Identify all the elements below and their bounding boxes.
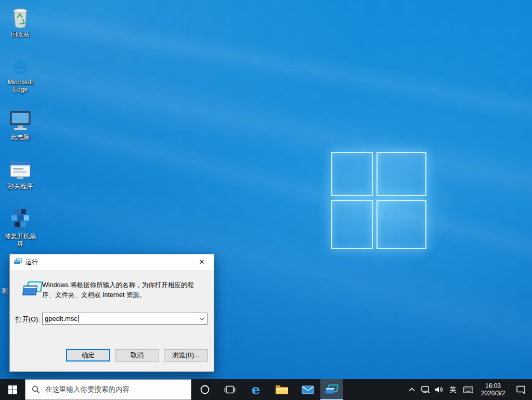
browse-button[interactable]: 浏览(B)... (164, 349, 208, 362)
taskbar-file-explorer-button[interactable] (269, 379, 294, 400)
desktop-icon-this-pc[interactable]: 此电脑 (3, 107, 37, 141)
cortana-button[interactable] (193, 379, 216, 400)
run-dialog-titlebar[interactable]: 运行 ✕ (10, 254, 214, 270)
open-label: 打开(O): (16, 314, 40, 326)
run-dialog-body: Windows 将根据你所输入的名称，为你打开相应的程序、文件夹、文档或 Int… (10, 270, 214, 372)
cancel-button[interactable]: 取消 (115, 349, 159, 362)
run-app-icon (325, 384, 339, 395)
cortana-icon (200, 384, 210, 395)
desktop-icon-edge[interactable]: e Microsoft Edge (3, 52, 37, 93)
touch-keyboard-icon[interactable] (460, 379, 476, 400)
mail-icon (302, 384, 314, 395)
icon-label: 回收站 (3, 31, 37, 38)
taskbar-search-input[interactable]: 在这里输入你要搜索的内容 (25, 379, 191, 400)
start-button[interactable] (0, 379, 25, 400)
task-view-icon (224, 385, 236, 394)
icon-label: Microsoft Edge (3, 79, 37, 93)
icon-label: 修复开机黑屏 (3, 233, 37, 247)
search-placeholder: 在这里输入你要搜索的内容 (45, 385, 129, 394)
system-tray: 英 16:03 2020/3/2 (405, 379, 532, 400)
run-command-input[interactable]: gpedit.msc (42, 313, 207, 325)
taskbar-mail-button[interactable] (295, 379, 320, 400)
notification-center-icon[interactable] (510, 379, 532, 400)
dialog-buttons: 确定 取消 浏览(B)... (10, 349, 214, 362)
tray-chevron-up-icon[interactable] (405, 379, 419, 400)
taskbar: 在这里输入你要搜索的内容 e (0, 379, 532, 400)
file-explorer-icon (275, 384, 289, 395)
task-view-button[interactable] (218, 379, 241, 400)
pixel-cube-icon (3, 206, 37, 231)
clock-date: 2020/3/2 (476, 390, 510, 397)
run-command-value: gpedit.msc (45, 315, 77, 322)
run-dialog-window: 运行 ✕ Windows 将根据你所输入的名称，为你打开相应的程序、文件夹、文档… (9, 254, 214, 372)
this-pc-icon (3, 107, 37, 132)
app-window-icon (3, 156, 37, 181)
desktop: 回收站 e Microsoft Edge 此电脑 (0, 0, 532, 400)
volume-icon[interactable] (432, 379, 446, 400)
ime-indicator[interactable]: 英 (446, 379, 460, 400)
taskbar-clock[interactable]: 16:03 2020/3/2 (476, 382, 510, 397)
ok-button[interactable]: 确定 (66, 349, 110, 362)
text-caret (78, 315, 79, 322)
recycle-bin-icon (3, 4, 37, 29)
desktop-icon-recycle-bin[interactable]: 回收站 (3, 4, 37, 38)
edge-icon: e (3, 52, 37, 77)
icon-label: 此电脑 (3, 134, 37, 141)
run-title-icon (14, 257, 22, 267)
network-icon[interactable] (419, 379, 432, 400)
icon-label: 秒关程序 (3, 183, 37, 190)
search-icon (32, 385, 40, 394)
dialog-description: Windows 将根据你所输入的名称，为你打开相应的程序、文件夹、文档或 Int… (42, 280, 205, 300)
windows-logo-wallpaper (331, 152, 426, 249)
taskbar-run-active-button[interactable] (320, 379, 343, 400)
clock-time: 16:03 (476, 382, 510, 390)
windows-logo-icon (8, 385, 17, 394)
desktop-icon-app[interactable]: 秒关程序 (3, 156, 37, 190)
combobox-dropdown-icon[interactable] (197, 314, 206, 324)
run-dialog-icon (22, 280, 43, 299)
taskbar-edge-button[interactable]: e (243, 379, 268, 400)
dialog-title: 运行 (25, 258, 38, 267)
desktop-icon-fix-black-screen[interactable]: 修复开机黑屏 (3, 206, 37, 247)
edge-icon: e (252, 382, 261, 397)
close-icon[interactable]: ✕ (190, 254, 214, 269)
partial-desktop-icon-label[interactable]: 测 (2, 287, 9, 295)
